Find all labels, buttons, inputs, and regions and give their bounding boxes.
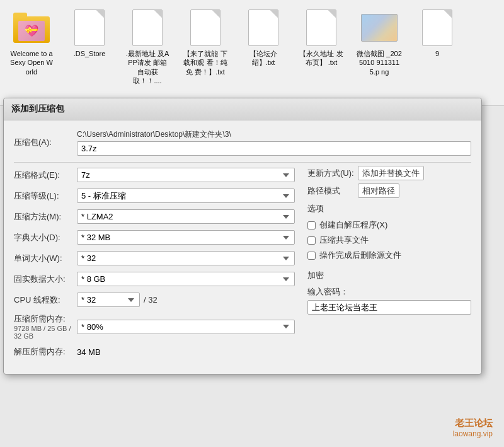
pathmode-value: 相对路径 (358, 183, 399, 198)
file-label-intro: 【论坛介 绍】.txt (241, 49, 286, 67)
update-label: 更新方式(U): (307, 168, 358, 179)
folder-image-content: 💝 (18, 21, 45, 41)
cpu-label: CPU 线程数: (14, 294, 77, 306)
doc-icon-9 (418, 9, 456, 47)
doc-corner-intro (270, 10, 278, 18)
encryption-title: 加密 (307, 270, 471, 281)
file-item-download[interactable]: 【来了就能 下载和观 看！纯免 费！】.txt (180, 6, 231, 79)
doc-shape-address (132, 9, 163, 46)
dict-select[interactable]: * 32 MB (77, 230, 295, 245)
level-select[interactable]: 5 - 标准压缩 (77, 189, 295, 203)
divider-1 (14, 162, 471, 163)
doc-corner-ds (96, 10, 104, 18)
option1-checkbox[interactable] (307, 221, 316, 229)
file-item-intro[interactable]: 【论坛介 绍】.txt (238, 6, 289, 70)
cpu-field: * 32 / 32 (77, 293, 295, 307)
watermark-line2: laowang.vip (453, 429, 493, 438)
format-row: 压缩格式(E): 7z (14, 168, 295, 182)
archive-path-row: 压缩包(A): C:\Users\Administrator\Desktop\新… (14, 129, 471, 156)
decompress-value: 34 MB (77, 347, 101, 357)
option3-checkbox[interactable] (307, 252, 316, 260)
password-label: 输入密码： (307, 286, 471, 298)
update-value: 添加并替换文件 (358, 166, 424, 180)
method-select[interactable]: * LZMA2 (77, 209, 295, 224)
password-input[interactable] (307, 300, 471, 315)
right-column: 更新方式(U): 添加并替换文件 路径模式 相对路径 选项 创建自解压程 (307, 168, 471, 364)
file-label-ds: .DS_Store (74, 49, 106, 58)
decompress-label: 解压所需内存: (14, 346, 77, 357)
img-icon-screenshot (360, 9, 398, 47)
solid-select[interactable]: * 8 GB (77, 272, 295, 286)
options-section-title: 选项 (307, 203, 471, 214)
dict-label: 字典大小(D): (14, 232, 77, 243)
file-label-9: 9 (435, 49, 439, 58)
memory-label-sub: 9728 MB / 25 GB / 32 GB (14, 325, 77, 340)
doc-corner-download (212, 10, 220, 18)
folder-shape: 💝 (13, 13, 50, 43)
doc-corner-permalink (328, 10, 336, 18)
doc-shape-intro (248, 9, 278, 46)
file-item-screenshot[interactable]: 微信截图 _2025010 9113115.p ng (354, 6, 404, 79)
doc-icon-ds (71, 9, 108, 47)
memory-field: * 80% (77, 320, 295, 334)
word-field: * 32 (77, 251, 295, 265)
archive-path-container: C:\Users\Administrator\Desktop\新建文件夹\3\ (77, 129, 471, 156)
method-label: 压缩方法(M): (14, 211, 77, 223)
main-columns: 压缩格式(E): 7z 压缩等级(L): 5 - 标准压缩 (14, 168, 471, 364)
file-item-address[interactable]: .最新地址 及APP请发 邮箱自动获 取！！.... (122, 6, 173, 88)
file-item-9[interactable]: 9 (412, 6, 462, 61)
cpu-suffix: / 32 (144, 295, 158, 305)
folder-body: 💝 (13, 16, 50, 43)
decompress-row: 解压所需内存: 34 MB (14, 346, 295, 357)
option2-checkbox[interactable] (307, 236, 316, 245)
img-thumb-screenshot (361, 14, 398, 42)
doc-icon-intro (244, 9, 282, 47)
level-field: 5 - 标准压缩 (77, 189, 295, 203)
dialog-titlebar: 添加到压缩包 (4, 98, 481, 120)
pathmode-field: 相对路径 (358, 185, 471, 197)
file-item-permalink[interactable]: 【永久地址 发布页】 .txt (296, 6, 346, 70)
pathmode-label: 路径模式 (307, 185, 358, 197)
option1-row: 创建自解压程序(X) (307, 219, 471, 231)
format-select[interactable]: 7z (77, 168, 295, 182)
doc-corner-9 (444, 10, 452, 18)
file-label-screenshot: 微信截图 _2025010 9113115.p ng (357, 49, 402, 76)
dialog-title: 添加到压缩包 (11, 103, 64, 113)
watermark: 老王论坛 laowang.vip (453, 417, 493, 438)
doc-corner-address (154, 10, 162, 18)
file-item-folder[interactable]: 💝 Welcome to a Sexy Open World (6, 6, 57, 79)
option2-row: 压缩共享文件 (307, 235, 471, 246)
watermark-line1: 老王论坛 (453, 417, 493, 429)
encryption-section: 加密 输入密码： (307, 270, 471, 315)
solid-label: 固实数据大小: (14, 274, 77, 285)
memory-label-col: 压缩所需内存: 9728 MB / 25 GB / 32 GB (14, 313, 77, 340)
doc-icon-permalink (302, 9, 340, 47)
doc-shape-permalink (306, 9, 336, 46)
option3-label: 操作完成后删除源文件 (319, 250, 401, 261)
format-field: 7z (77, 168, 295, 182)
dialog-body: 压缩包(A): C:\Users\Administrator\Desktop\新… (4, 120, 481, 374)
word-row: 单词大小(W): * 32 (14, 251, 295, 265)
archive-filename-input[interactable] (77, 141, 471, 156)
file-item-ds-store[interactable]: .DS_Store (64, 6, 115, 61)
level-row: 压缩等级(L): 5 - 标准压缩 (14, 189, 295, 203)
update-field: 添加并替换文件 (358, 168, 471, 179)
solid-field: * 8 GB (77, 272, 295, 286)
file-label-permalink: 【永久地址 发布页】 .txt (299, 49, 344, 67)
method-field: * LZMA2 (77, 209, 295, 224)
cpu-select[interactable]: * 32 (77, 293, 140, 307)
option2-label: 压缩共享文件 (319, 235, 369, 246)
cpu-row: CPU 线程数: * 32 / 32 (14, 293, 295, 307)
archive-label: 压缩包(A): (14, 137, 77, 148)
file-label-address: .最新地址 及APP请发 邮箱自动获 取！！.... (125, 49, 170, 85)
file-label-download: 【来了就能 下载和观 看！纯免 费！】.txt (183, 49, 228, 76)
doc-shape-ds (74, 9, 105, 46)
doc-icon-download (186, 9, 224, 47)
solid-row: 固实数据大小: * 8 GB (14, 272, 295, 286)
decompress-field: 34 MB (77, 347, 295, 357)
word-select[interactable]: * 32 (77, 251, 295, 265)
doc-icon-address (129, 9, 166, 47)
memory-select[interactable]: * 80% (77, 320, 295, 334)
archive-path-display: C:\Users\Administrator\Desktop\新建文件夹\3\ (77, 129, 471, 140)
update-row: 更新方式(U): 添加并替换文件 (307, 168, 471, 179)
